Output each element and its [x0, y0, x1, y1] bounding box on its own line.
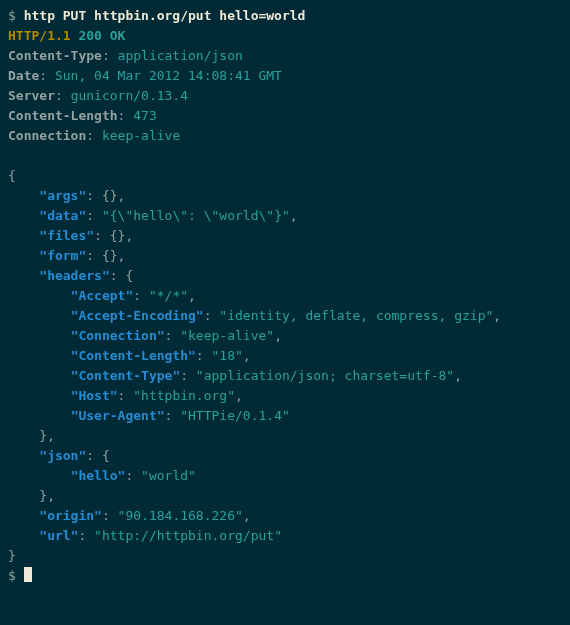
json-value: "http://httpbin.org/put"	[94, 528, 282, 543]
header-key: Date	[8, 68, 39, 83]
json-key: "json"	[39, 448, 86, 463]
json-key: "Content-Type"	[71, 368, 181, 383]
json-key: "Content-Length"	[71, 348, 196, 363]
json-key: "form"	[39, 248, 86, 263]
json-key: "url"	[39, 528, 78, 543]
prompt-symbol: $	[8, 568, 16, 583]
json-value: "{\"hello\": \"world\"}"	[102, 208, 290, 223]
json-key: "Host"	[71, 388, 118, 403]
header-value: keep-alive	[102, 128, 180, 143]
http-status-code: 200	[78, 28, 101, 43]
json-value: "90.184.168.226"	[118, 508, 243, 523]
json-value: "application/json; charset=utf-8"	[196, 368, 454, 383]
json-key: "hello"	[71, 468, 126, 483]
json-value: "HTTPie/0.1.4"	[180, 408, 290, 423]
http-status-text: OK	[110, 28, 126, 43]
header-key: Content-Length	[8, 108, 118, 123]
json-value: "18"	[212, 348, 243, 363]
json-value: "identity, deflate, compress, gzip"	[219, 308, 493, 323]
header-value: application/json	[118, 48, 243, 63]
http-version: HTTP/1.1	[8, 28, 71, 43]
json-value: "httpbin.org"	[133, 388, 235, 403]
json-key: "Connection"	[71, 328, 165, 343]
json-key: "files"	[39, 228, 94, 243]
header-value: 473	[133, 108, 156, 123]
header-value: gunicorn/0.13.4	[71, 88, 188, 103]
json-key: "args"	[39, 188, 86, 203]
cursor	[24, 567, 32, 582]
prompt-symbol: $	[8, 8, 16, 23]
terminal-output[interactable]: $ http PUT httpbin.org/put hello=world H…	[0, 0, 570, 592]
json-key: "origin"	[39, 508, 102, 523]
header-key: Server	[8, 88, 55, 103]
json-key: "Accept"	[71, 288, 134, 303]
header-value: Sun, 04 Mar 2012 14:08:41 GMT	[55, 68, 282, 83]
json-value: "world"	[141, 468, 196, 483]
json-body: {	[8, 168, 16, 183]
json-value: "keep-alive"	[180, 328, 274, 343]
json-key: "data"	[39, 208, 86, 223]
command-line: http PUT httpbin.org/put hello=world	[24, 8, 306, 23]
json-key: "User-Agent"	[71, 408, 165, 423]
json-key: "Accept-Encoding"	[71, 308, 204, 323]
header-key: Content-Type	[8, 48, 102, 63]
json-key: "headers"	[39, 268, 109, 283]
header-key: Connection	[8, 128, 86, 143]
json-value: "*/*"	[149, 288, 188, 303]
